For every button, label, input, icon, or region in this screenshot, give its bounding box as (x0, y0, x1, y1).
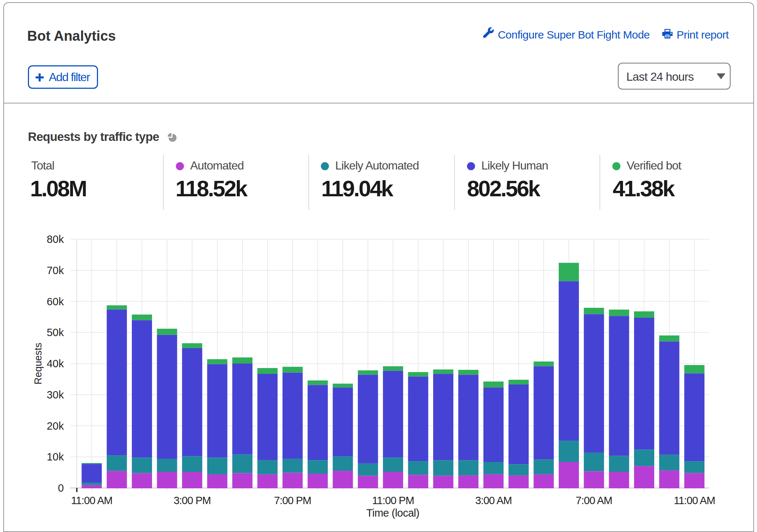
svg-text:3:00 PM: 3:00 PM (174, 495, 211, 506)
svg-text:80k: 80k (47, 233, 64, 245)
svg-text:10k: 10k (47, 451, 64, 463)
svg-text:3:00 AM: 3:00 AM (475, 495, 511, 506)
svg-text:30k: 30k (47, 389, 64, 401)
svg-text:11:00 AM: 11:00 AM (674, 495, 715, 506)
svg-text:0: 0 (58, 482, 64, 494)
svg-text:11:00 PM: 11:00 PM (372, 495, 414, 506)
svg-text:7:00 PM: 7:00 PM (274, 495, 311, 506)
svg-text:Time (local): Time (local) (366, 507, 419, 519)
svg-text:7:00 AM: 7:00 AM (576, 495, 612, 506)
svg-text:20k: 20k (47, 420, 64, 432)
svg-text:Requests: Requests (33, 343, 44, 385)
svg-text:60k: 60k (47, 296, 64, 307)
svg-text:70k: 70k (47, 265, 64, 276)
svg-text:50k: 50k (47, 327, 64, 338)
svg-text:40k: 40k (47, 358, 64, 369)
svg-text:11:00 AM: 11:00 AM (71, 495, 112, 506)
